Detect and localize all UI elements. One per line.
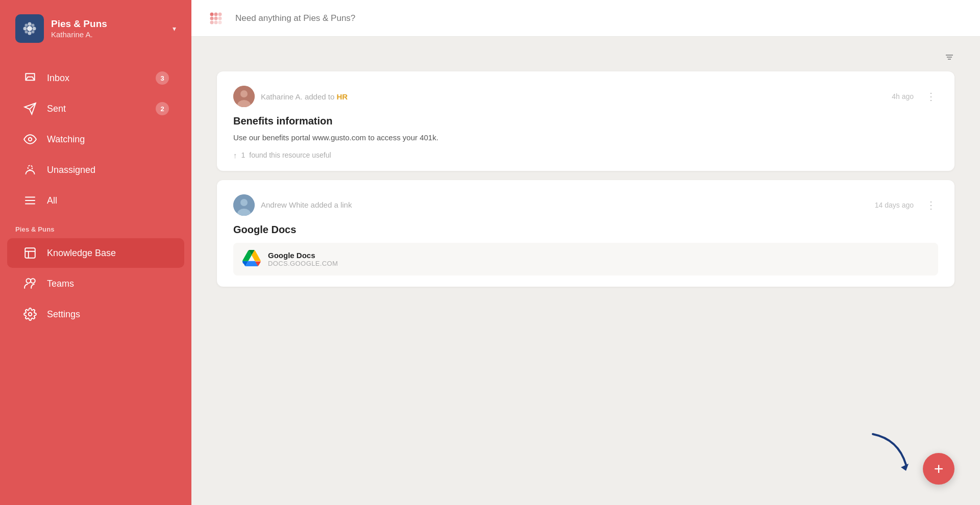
svg-point-8 xyxy=(32,31,35,34)
knowledge-base-label: Knowledge Base xyxy=(47,248,169,259)
svg-point-20 xyxy=(218,16,222,20)
org-info: Pies & Puns Katharine A. xyxy=(51,18,165,39)
org-logo xyxy=(15,14,44,43)
svg-point-1 xyxy=(28,22,32,26)
svg-point-18 xyxy=(210,16,214,20)
card-meta-benefits: Katharine A. added to HR xyxy=(261,92,886,101)
svg-point-15 xyxy=(210,12,214,16)
org-name: Pies & Puns xyxy=(51,18,165,30)
unassigned-label: Unassigned xyxy=(47,165,169,175)
unassigned-icon xyxy=(22,162,38,178)
content-area: Katharine A. added to HR 4h ago ⋮ Benefi… xyxy=(191,37,980,505)
card-author-andrew: Andrew White xyxy=(261,200,308,209)
inbox-label: Inbox xyxy=(47,73,146,84)
sent-badge: 2 xyxy=(156,102,169,115)
sent-label: Sent xyxy=(47,104,146,114)
teams-label: Teams xyxy=(47,279,169,289)
card-time-benefits: 4h ago xyxy=(892,92,914,100)
svg-point-16 xyxy=(214,12,218,16)
sidebar-item-unassigned[interactable]: Unassigned xyxy=(7,155,184,185)
sidebar-item-settings[interactable]: Settings xyxy=(7,299,184,329)
svg-point-22 xyxy=(214,20,218,24)
svg-point-5 xyxy=(25,24,28,27)
card-header-benefits: Katharine A. added to HR 4h ago ⋮ xyxy=(233,86,938,107)
inbox-icon xyxy=(22,70,38,86)
avatar-katharine xyxy=(233,86,255,107)
card-benefits: Katharine A. added to HR 4h ago ⋮ Benefi… xyxy=(217,71,954,171)
upvote-arrow-icon: ↑ xyxy=(233,151,237,160)
search-input[interactable] xyxy=(235,13,965,23)
card-header-google-docs: Andrew White added a link 14 days ago ⋮ xyxy=(233,194,938,216)
card-author-katharine: Katharine A. xyxy=(261,92,303,101)
svg-point-28 xyxy=(240,90,248,97)
svg-rect-11 xyxy=(25,248,35,258)
card-tag-hr: HR xyxy=(336,92,348,101)
sidebar-item-sent[interactable]: Sent 2 xyxy=(7,94,184,123)
card-title-benefits: Benefits information xyxy=(233,115,938,127)
svg-point-21 xyxy=(210,20,214,24)
svg-point-2 xyxy=(28,32,32,35)
svg-point-0 xyxy=(27,26,32,31)
link-preview-google-docs[interactable]: Google Docs DOCS.GOOGLE.COM xyxy=(233,243,938,275)
watching-label: Watching xyxy=(47,134,169,145)
svg-point-23 xyxy=(218,20,222,24)
svg-point-4 xyxy=(33,27,36,31)
sidebar-item-all[interactable]: All xyxy=(7,186,184,215)
svg-point-10 xyxy=(28,165,33,170)
fab-add-button[interactable]: + xyxy=(923,453,954,485)
all-label: All xyxy=(47,195,169,206)
settings-label: Settings xyxy=(47,309,169,320)
watching-icon xyxy=(22,132,38,147)
avatar-andrew xyxy=(233,194,255,216)
section-label: Pies & Puns xyxy=(0,216,191,237)
svg-point-9 xyxy=(29,138,32,141)
user-name: Katharine A. xyxy=(51,30,165,39)
knowledge-base-icon xyxy=(22,245,38,261)
svg-point-12 xyxy=(26,279,31,283)
inbox-badge: 3 xyxy=(156,71,169,85)
card-more-button-benefits[interactable]: ⋮ xyxy=(924,90,938,103)
svg-point-6 xyxy=(32,24,35,27)
card-action-benefits: added to xyxy=(305,92,337,101)
card-more-button-google-docs[interactable]: ⋮ xyxy=(924,199,938,211)
sidebar-item-teams[interactable]: Teams xyxy=(7,269,184,298)
all-icon xyxy=(22,193,38,208)
upvote-label: found this resource useful xyxy=(249,151,331,159)
chevron-down-icon: ▾ xyxy=(173,24,176,33)
filter-button[interactable] xyxy=(944,52,954,62)
svg-point-13 xyxy=(31,279,35,283)
topbar xyxy=(191,0,980,37)
sidebar-item-inbox[interactable]: Inbox 3 xyxy=(7,63,184,93)
card-body-benefits: Use our benefits portal www.gusto.com to… xyxy=(233,132,938,144)
org-header[interactable]: Pies & Puns Katharine A. ▾ xyxy=(0,0,191,57)
upvote-count: 1 xyxy=(241,151,246,159)
filter-bar xyxy=(217,52,954,62)
sidebar-item-watching[interactable]: Watching xyxy=(7,124,184,154)
settings-icon xyxy=(22,307,38,322)
card-title-google-docs: Google Docs xyxy=(233,224,938,236)
main-content: Katharine A. added to HR 4h ago ⋮ Benefi… xyxy=(191,0,980,505)
link-preview-title: Google Docs xyxy=(268,251,338,260)
svg-point-14 xyxy=(29,313,32,316)
card-meta-google-docs: Andrew White added a link xyxy=(261,200,869,209)
teams-icon xyxy=(22,276,38,291)
svg-point-31 xyxy=(240,199,248,206)
svg-point-17 xyxy=(218,12,222,16)
card-time-google-docs: 14 days ago xyxy=(875,201,914,209)
google-drive-logo xyxy=(242,250,261,268)
svg-point-3 xyxy=(23,27,27,31)
svg-point-7 xyxy=(25,31,28,34)
sidebar-item-knowledge-base[interactable]: Knowledge Base xyxy=(7,238,184,268)
sidebar: Pies & Puns Katharine A. ▾ Inbox 3 Sent … xyxy=(0,0,191,505)
card-footer-benefits: ↑ 1 found this resource useful xyxy=(233,151,938,160)
card-action-text: added a link xyxy=(311,200,352,209)
sidebar-nav: Inbox 3 Sent 2 Watching Unassigned xyxy=(0,57,191,495)
link-preview-info: Google Docs DOCS.GOOGLE.COM xyxy=(268,251,338,267)
sent-icon xyxy=(22,101,38,116)
link-preview-url: DOCS.GOOGLE.COM xyxy=(268,260,338,267)
card-google-docs: Andrew White added a link 14 days ago ⋮ … xyxy=(217,180,954,287)
app-logo xyxy=(207,9,225,28)
svg-point-19 xyxy=(214,16,218,20)
